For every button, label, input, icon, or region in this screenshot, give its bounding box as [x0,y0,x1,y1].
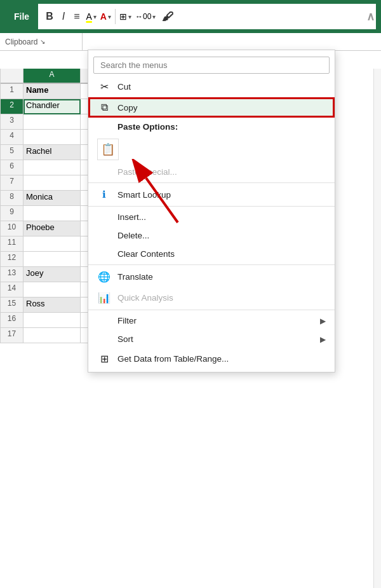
insert-label: Insert... [117,212,326,222]
translate-label: Translate [117,272,326,282]
row-num-3[interactable]: 3 [1,114,23,130]
clipboard-text: Clipboard [5,38,37,46]
get-data-label: Get Data from Table/Range... [117,354,326,364]
highlight-caret[interactable]: ▾ [93,13,97,20]
font-color-group[interactable]: A ▾ [100,11,111,22]
row-num-9[interactable]: 9 [1,206,23,221]
format-painter-icon[interactable]: 🖌 [159,9,176,25]
smart-lookup-menu-item[interactable]: ℹ Smart Lookup [88,184,335,205]
number-format-caret[interactable]: ▾ [152,13,156,20]
translate-menu-item[interactable]: 🌐 Translate [88,266,335,287]
row-num-11[interactable]: 11 [1,236,23,252]
sort-submenu-arrow: ▶ [320,335,326,344]
cut-icon: ✂ [97,81,111,93]
paste-options-header: Paste Options: [88,118,335,136]
cell-a15[interactable]: Ross [23,297,81,313]
clear-contents-label: Clear Contents [117,249,326,259]
borders-group[interactable]: ⊞ ▾ [119,11,131,22]
row-num-4[interactable]: 4 [1,130,23,145]
row-num-5[interactable]: 5 [1,145,23,160]
sort-menu-item[interactable]: Sort ▶ [88,330,335,348]
cut-menu-item[interactable]: ✂ Cut [88,76,335,97]
cell-a8[interactable]: Monica [23,191,81,206]
row-num-8[interactable]: 8 [1,191,23,206]
paste-options-label: Paste Options: [117,122,326,132]
paste-special-label: Paste Special... [117,167,326,177]
col-header-A[interactable]: A [23,69,81,84]
cell-a5[interactable]: Rachel [23,145,81,160]
grid-corner[interactable] [1,69,23,84]
cell-a4[interactable] [23,130,81,145]
row-num-2[interactable]: 2 [1,99,23,114]
cell-a17[interactable] [23,328,81,343]
quick-analysis-label: Quick Analysis [117,293,326,303]
search-input[interactable] [93,57,330,74]
highlight-icon: A [86,11,91,22]
vertical-scrollbar[interactable] [373,69,381,588]
borders-caret[interactable]: ▾ [128,13,131,20]
filter-submenu-arrow: ▶ [320,317,326,325]
divider-3 [88,264,335,265]
clipboard-section-label: Clipboard ↘ [0,33,83,51]
cell-a13[interactable]: Joey [23,267,81,282]
row-num-1[interactable]: 1 [1,84,23,99]
insert-menu-item[interactable]: Insert... [88,208,335,226]
delete-label: Delete... [117,231,326,240]
cell-a1[interactable]: Name [23,84,81,99]
file-button[interactable]: File [5,8,38,25]
get-data-menu-item[interactable]: ⊞ Get Data from Table/Range... [88,348,335,369]
cell-a9[interactable] [23,206,81,221]
paste-special-menu-item[interactable]: Paste Special... [88,163,335,181]
get-data-icon: ⊞ [97,353,111,365]
row-num-15[interactable]: 15 [1,297,23,313]
row-num-13[interactable]: 13 [1,267,23,282]
row-num-14[interactable]: 14 [1,282,23,297]
context-menu: ✂ Cut ⧉ Copy Paste Options: 📋 Paste Spec… [88,50,335,373]
paste-icons-row: 📋 [88,136,335,163]
align-icon[interactable]: ≡ [71,10,82,24]
ribbon-separator [115,9,116,24]
row-num-12[interactable]: 12 [1,252,23,267]
number-format-group[interactable]: ↔00 ▾ [135,12,156,21]
cell-a2[interactable]: Chandler [23,99,81,114]
bold-icon[interactable]: B [43,10,56,24]
row-num-17[interactable]: 17 [1,328,23,343]
font-color-caret[interactable]: ▾ [108,13,111,20]
cell-a6[interactable] [23,160,81,175]
number-format-icon: ↔00 [135,12,151,21]
divider-2 [88,206,335,207]
clipboard-expand-icon[interactable]: ↘ [40,38,45,45]
smart-lookup-label: Smart Lookup [117,190,326,200]
cell-a10[interactable]: Phoebe [23,221,81,236]
copy-menu-item-wrapper: ⧉ Copy [88,97,335,118]
divider-4 [88,310,335,310]
row-num-10[interactable]: 10 [1,221,23,236]
filter-label: Filter [117,316,314,325]
copy-label: Copy [117,103,326,113]
row-num-6[interactable]: 6 [1,160,23,175]
smart-lookup-icon: ℹ [97,189,111,200]
ribbon-toolbar: B I ≡ A ▾ A ▾ ⊞ ▾ ↔00 ▾ 🖌 ∧ [38,4,376,29]
cell-a12[interactable] [23,252,81,267]
highlight-group[interactable]: A ▾ [86,11,96,22]
sort-label: Sort [117,334,314,344]
cut-label: Cut [117,82,326,92]
cell-a11[interactable] [23,236,81,252]
translate-icon: 🌐 [97,271,111,283]
quick-analysis-icon: 📊 [97,292,111,304]
row-num-16[interactable]: 16 [1,313,23,328]
copy-menu-item[interactable]: ⧉ Copy [88,97,335,118]
clear-contents-menu-item[interactable]: Clear Contents [88,245,335,263]
cell-a3[interactable] [23,114,81,130]
italic-icon[interactable]: I [60,10,67,24]
paste-icon-clipboard[interactable]: 📋 [97,139,119,160]
ribbon: File B I ≡ A ▾ A ▾ ⊞ ▾ ↔00 ▾ 🖌 ∧ [0,0,381,33]
cell-a14[interactable] [23,282,81,297]
delete-menu-item[interactable]: Delete... [88,226,335,245]
row-num-7[interactable]: 7 [1,175,23,191]
cell-a7[interactable] [23,175,81,191]
collapse-icon[interactable]: ∧ [366,10,375,24]
quick-analysis-menu-item[interactable]: 📊 Quick Analysis [88,287,335,308]
filter-menu-item[interactable]: Filter ▶ [88,311,335,330]
cell-a16[interactable] [23,313,81,328]
